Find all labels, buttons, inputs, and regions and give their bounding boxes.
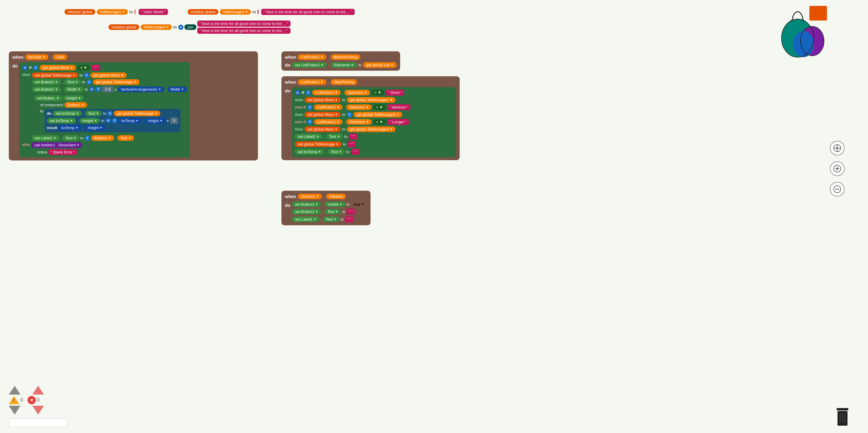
- set-toMsg-lp: set global ToMessage to " ": [295, 141, 453, 147]
- get-tm2[interactable]: get global ToMessage2: [353, 112, 402, 117]
- toMessage1-name[interactable]: ToMessage1: [97, 9, 128, 15]
- bxtemp-result[interactable]: bxTemp: [58, 125, 81, 131]
- do-set-bxtemp-text: do set bxTemp . Text to ? get global ToM…: [47, 111, 178, 116]
- true-val[interactable]: true: [350, 202, 367, 207]
- text-prop[interactable]: Text: [64, 79, 81, 85]
- up-arrow-2[interactable]: [32, 386, 44, 395]
- lp1-after-pill[interactable]: ListPicker1: [298, 79, 326, 85]
- lp1-before-pill[interactable]: ListPicker1: [298, 54, 326, 60]
- lp1-sel-1[interactable]: ListPicker1: [312, 90, 340, 95]
- q-l1: ?: [85, 136, 90, 141]
- arrows-down-row: [9, 406, 67, 414]
- lp1-sel-3[interactable]: ListPicker1: [314, 119, 342, 125]
- sel-1[interactable]: Selection: [344, 90, 370, 95]
- set-l1-s1-pill[interactable]: set Label1: [292, 216, 319, 222]
- height-bxhv[interactable]: Height: [145, 118, 165, 123]
- dot-btn1-w: .: [62, 87, 63, 91]
- get-global-mess-pill[interactable]: get global Mess: [39, 65, 76, 70]
- join-container: ⚙ join " Now is the time for all good me…: [178, 21, 290, 34]
- set-btn-h-pill[interactable]: set Button.: [34, 95, 62, 101]
- btn1-text-l1[interactable]: Button1: [91, 135, 114, 141]
- get-global-list[interactable]: get global List: [363, 62, 396, 68]
- set-lp1-elements[interactable]: set ListPicker1: [292, 62, 326, 68]
- get-global-mess-2[interactable]: get global Mess: [90, 73, 127, 78]
- sel-2[interactable]: Selection: [346, 105, 371, 110]
- height-bxt[interactable]: Height: [80, 118, 100, 123]
- bxtemp-h-val[interactable]: bxTemp: [118, 118, 141, 123]
- toMessage3-name[interactable]: ToMessage3: [141, 24, 172, 30]
- to-lp-el: to: [359, 63, 362, 67]
- set-toMsg-lp-pill[interactable]: set global ToMessage: [295, 141, 341, 147]
- set-global-toMessage-pill[interactable]: set global ToMessage: [32, 73, 78, 78]
- after-picking-pill[interactable]: AfterPicking: [331, 79, 357, 85]
- set-bxtemp-h[interactable]: set bxTemp: [47, 118, 76, 123]
- visible-prop[interactable]: Visible: [324, 202, 345, 207]
- set-bxt-lp[interactable]: set bxTemp: [295, 149, 324, 154]
- up-arrow-1[interactable]: [9, 386, 21, 395]
- dot-bts1: .: [322, 209, 323, 214]
- down-arrow-1[interactable]: [9, 406, 21, 414]
- global-toMessage1: initialize global ToMessage1 to " Hello …: [64, 9, 168, 15]
- text-bxt[interactable]: Text: [85, 111, 102, 116]
- set-bxtemp-t[interactable]: set bxTemp: [53, 111, 82, 116]
- set-mess-3[interactable]: set global Mess: [305, 126, 341, 132]
- notch-shape-2: [257, 9, 260, 15]
- va1-pill[interactable]: VerticalArrangement1: [118, 87, 164, 92]
- click-pill[interactable]: Click: [53, 54, 67, 60]
- get-tm3[interactable]: get global ToMessage3: [347, 126, 396, 132]
- eq-1: = ▼: [371, 90, 384, 95]
- trash-container[interactable]: [834, 407, 850, 427]
- set-btn1-w[interactable]: set Button1: [32, 87, 61, 92]
- set-label1[interactable]: set Label1: [32, 135, 59, 141]
- dot-lp1s1: .: [342, 90, 343, 95]
- set-btn1-vis-pill[interactable]: set Button1: [292, 202, 321, 207]
- lp1-sel-2[interactable]: ListPicker1: [314, 105, 342, 110]
- dot-btn1: .: [62, 80, 63, 84]
- notch-connector-1: [134, 9, 137, 15]
- toMessage2-value: " Now is the time for all good men to co…: [261, 9, 355, 15]
- eq-3: = ▼: [373, 119, 386, 125]
- text-l1-lp[interactable]: Text: [326, 134, 343, 139]
- text-bts1[interactable]: Text: [324, 209, 341, 214]
- before-picking-pill[interactable]: BeforePicking: [331, 54, 360, 60]
- set-label1-lp[interactable]: set Label1: [295, 134, 322, 139]
- call-notifier1[interactable]: call Notifier1 . ShowAlert: [31, 142, 83, 148]
- elements-pill[interactable]: Elements: [331, 62, 356, 68]
- get-toMessage-bxt[interactable]: get global ToMessage: [114, 111, 160, 116]
- height-result[interactable]: Height: [85, 125, 105, 131]
- set-button-height: set Button. Height of component Button1 …: [32, 94, 187, 134]
- lp-before-header: when ListPicker1 . BeforePicking: [285, 54, 397, 60]
- btnStart-pill[interactable]: btnStart: [25, 54, 48, 60]
- zoom-out-button[interactable]: [830, 182, 844, 197]
- text-btn1-l1[interactable]: Text: [117, 135, 134, 141]
- plus-sym: +: [167, 118, 169, 123]
- zoom-in-icon: [833, 164, 842, 173]
- trash-icon: [835, 408, 850, 427]
- init-pill[interactable]: Initialize: [326, 194, 346, 199]
- get-toMessage-pill[interactable]: get global ToMessage: [93, 79, 140, 85]
- sel-3[interactable]: Selection: [346, 119, 371, 125]
- screen1-pill[interactable]: Screen1: [298, 194, 321, 199]
- zoom-in-button[interactable]: [830, 161, 844, 176]
- va-width[interactable]: Width: [168, 87, 187, 92]
- dot-bxh: .: [77, 118, 78, 123]
- height-prop[interactable]: Height: [63, 95, 84, 101]
- dot-lp1s2: .: [344, 105, 345, 109]
- width-prop[interactable]: Width: [64, 87, 84, 92]
- text-l1[interactable]: Text: [62, 135, 79, 141]
- down-arrow-2[interactable]: [32, 406, 44, 414]
- text-bxt-lp[interactable]: Text: [328, 149, 345, 154]
- lp-after-header: when ListPicker1 . AfterPicking: [285, 79, 456, 85]
- set-btn1-t-s1[interactable]: set Button1: [292, 209, 321, 214]
- empty-str-tm: " ": [348, 141, 356, 147]
- toMessage2-name[interactable]: ToMessage2: [220, 9, 251, 15]
- set-button1-text-pill[interactable]: set Button1: [32, 79, 61, 85]
- gear-lp-if: ⚙: [295, 90, 300, 95]
- set-mess-1[interactable]: set global Mess: [305, 97, 341, 103]
- center-button[interactable]: [830, 141, 844, 155]
- text-l1-s1[interactable]: Text: [323, 216, 339, 222]
- get-tm1[interactable]: get global ToMessage1: [347, 97, 396, 103]
- to-label-h: to: [40, 109, 43, 113]
- set-mess-2[interactable]: set global Mess: [305, 112, 341, 117]
- button1-comp[interactable]: Button1: [64, 102, 87, 108]
